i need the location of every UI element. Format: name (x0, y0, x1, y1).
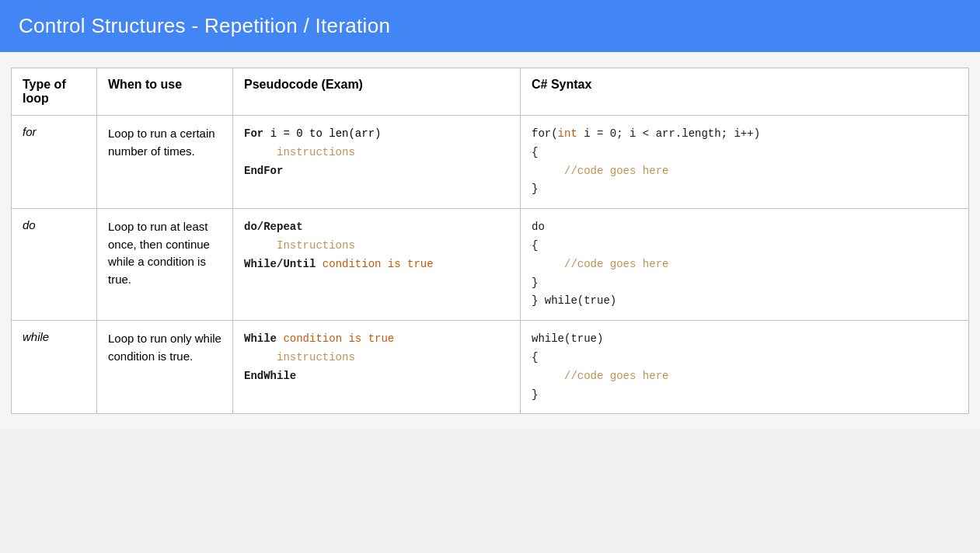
when-for: Loop to run a certain number of times. (97, 116, 233, 209)
pseudo-do: do/Repeat Instructions While/Until condi… (233, 209, 521, 321)
type-for: for (12, 116, 97, 209)
loop-table: Type of loop When to use Pseudocode (Exa… (11, 68, 969, 414)
type-while: while (12, 321, 97, 414)
table-header-row: Type of loop When to use Pseudocode (Exa… (12, 68, 969, 116)
pseudo-for: For i = 0 to len(arr) instructions EndFo… (233, 116, 521, 209)
table-row-do: do Loop to run at least once, then conti… (12, 209, 969, 321)
page-header: Control Structures - Repetition / Iterat… (0, 0, 980, 52)
col-header-pseudo: Pseudocode (Exam) (233, 68, 521, 116)
type-do: do (12, 209, 97, 321)
content-area: Type of loop When to use Pseudocode (Exa… (0, 52, 980, 430)
col-header-syntax: C# Syntax (521, 68, 969, 116)
pseudo-while: While condition is true instructions End… (233, 321, 521, 414)
col-header-when: When to use (97, 68, 233, 116)
page-title: Control Structures - Repetition / Iterat… (19, 14, 390, 37)
syntax-while: while(true) { //code goes here } (521, 321, 969, 414)
col-header-type: Type of loop (12, 68, 97, 116)
syntax-do: do { //code goes here } } while(true) (521, 209, 969, 321)
syntax-for: for(int i = 0; i < arr.length; i++) { //… (521, 116, 969, 209)
when-while: Loop to run only while condition is true… (97, 321, 233, 414)
when-do: Loop to run at least once, then continue… (97, 209, 233, 321)
table-row-while: while Loop to run only while condition i… (12, 321, 969, 414)
table-row-for: for Loop to run a certain number of time… (12, 116, 969, 209)
